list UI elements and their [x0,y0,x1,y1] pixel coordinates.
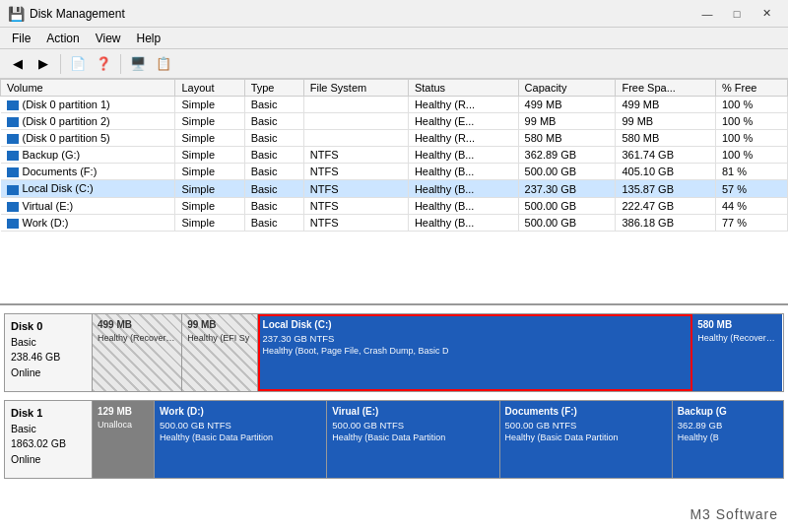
cell-type: Basic [244,214,303,231]
disk-partitions: 129 MBUnallocaWork (D:)500.00 GB NTFSHea… [93,400,784,479]
cell-status: Healthy (B... [408,214,518,231]
cell-pctfree: 77 % [715,214,787,231]
cell-pctfree: 100 % [715,97,787,113]
back-button[interactable]: ◀ [6,52,30,76]
partition-name: 99 MB [187,318,251,332]
cell-status: Healthy (R... [408,130,518,147]
cell-fs: NTFS [303,197,408,214]
watermark: M3 Software [690,503,778,524]
partition[interactable]: 580 MBHealthy (Recovery Par [692,314,782,391]
cell-free: 361.74 GB [616,147,716,164]
disk-row: Disk 1Basic1863.02 GBOnline129 MBUnalloc… [4,400,784,479]
forward-button[interactable]: ▶ [32,52,55,76]
cell-capacity: 500.00 GB [518,164,616,180]
cell-layout: Simple [175,97,244,113]
partition-status: Healthy (Recovery Pa [98,332,176,345]
disk-status: Online [11,452,86,468]
partition[interactable]: 499 MBHealthy (Recovery Pa [93,314,182,391]
cell-type: Basic [244,147,303,164]
window-title: Disk Management [30,7,693,21]
table-area: Volume Layout Type File System Status Ca… [0,79,788,305]
disk-type: Basic [11,422,86,437]
partition[interactable]: 99 MBHealthy (EFI Sy [182,314,257,391]
volume-icon [7,100,19,110]
partition[interactable]: Local Disk (C:)237.30 GB NTFSHealthy (Bo… [258,314,693,391]
table-row[interactable]: (Disk 0 partition 2)SimpleBasicHealthy (… [1,113,788,130]
partition-size: 500.00 GB NTFS [332,419,493,432]
watermark-brand: M3 [690,506,710,522]
partition-name: Virual (E:) [332,405,493,419]
cell-layout: Simple [175,197,244,214]
table-row[interactable]: (Disk 0 partition 1)SimpleBasicHealthy (… [1,97,788,113]
partition[interactable]: Work (D:)500.00 GB NTFSHealthy (Basic Da… [155,401,327,478]
cell-pctfree: 81 % [715,164,787,180]
cell-volume: Backup (G:) [1,147,175,164]
cell-fs: NTFS [303,164,408,180]
partition-status: Healthy (Basic Data Partition [332,432,493,444]
menu-action[interactable]: Action [38,30,87,47]
cell-status: Healthy (B... [408,180,518,197]
app-icon: 💾 [8,6,24,22]
table-row[interactable]: (Disk 0 partition 5)SimpleBasicHealthy (… [1,130,788,147]
table-row[interactable]: Backup (G:)SimpleBasicNTFSHealthy (B...3… [1,147,788,164]
partition-status: Healthy (Basic Data Partition [505,432,667,444]
cell-layout: Simple [175,113,244,130]
toolbar-separator-2 [120,54,121,74]
minimize-button[interactable]: — [693,4,721,24]
cell-volume: (Disk 0 partition 5) [1,130,175,147]
volume-icon [7,151,19,161]
cell-layout: Simple [175,164,244,180]
partition[interactable]: Documents (F:)500.00 GB NTFSHealthy (Bas… [500,401,673,478]
volume-table: Volume Layout Type File System Status Ca… [0,79,788,232]
cell-type: Basic [244,97,303,113]
help-button[interactable]: ❓ [92,52,115,76]
title-bar: 💾 Disk Management — □ ✕ [0,0,788,28]
volume-icon [7,117,19,127]
menu-help[interactable]: Help [129,30,169,47]
cell-type: Basic [244,113,303,130]
menu-view[interactable]: View [88,30,129,47]
page-button[interactable]: 📄 [66,52,90,76]
table-row[interactable]: Local Disk (C:)SimpleBasicNTFSHealthy (B… [1,180,788,197]
partition-size: 362.89 GB [678,419,778,432]
cell-capacity: 499 MB [518,97,616,113]
col-filesystem: File System [303,80,408,97]
maximize-button[interactable]: □ [723,4,751,24]
partition-status: Healthy (EFI Sy [187,332,251,345]
partition-name: 580 MB [697,318,777,332]
watermark-suffix: Software [711,506,778,522]
cell-status: Healthy (R... [408,97,518,113]
view-button[interactable]: 🖥️ [126,52,150,76]
cell-capacity: 99 MB [518,113,616,130]
cell-fs: NTFS [303,147,408,164]
disk-size: 238.46 GB [11,350,86,366]
volume-icon [7,134,19,144]
partition-status: Healthy (Basic Data Partition [160,432,321,444]
table-row[interactable]: Virtual (E:)SimpleBasicNTFSHealthy (B...… [1,197,788,214]
cell-free: 222.47 GB [616,197,716,214]
table-row[interactable]: Work (D:)SimpleBasicNTFSHealthy (B...500… [1,214,788,231]
cell-volume: Work (D:) [1,214,175,231]
disk-info: Disk 1Basic1863.02 GBOnline [4,400,93,479]
partition-status: Unalloca [98,419,149,432]
menu-file[interactable]: File [4,30,38,47]
disk-type: Basic [11,335,86,351]
cell-free: 405.10 GB [616,164,716,180]
col-type: Type [244,80,303,97]
col-free: Free Spa... [616,80,716,97]
cell-free: 386.18 GB [616,214,716,231]
cell-layout: Simple [175,214,244,231]
close-button[interactable]: ✕ [753,4,780,24]
cell-pctfree: 100 % [715,113,787,130]
toolbar: ◀ ▶ 📄 ❓ 🖥️ 📋 [0,49,788,79]
partition[interactable]: 129 MBUnalloca [93,401,155,478]
cell-fs [303,97,408,113]
partition[interactable]: Virual (E:)500.00 GB NTFSHealthy (Basic … [327,401,499,478]
disk-size: 1863.02 GB [11,436,86,452]
cell-volume: Virtual (E:) [1,197,175,214]
table-row[interactable]: Documents (F:)SimpleBasicNTFSHealthy (B.… [1,164,788,180]
cell-pctfree: 44 % [715,197,787,214]
list-button[interactable]: 📋 [152,52,175,76]
partition[interactable]: Backup (G362.89 GBHealthy (B [673,401,783,478]
partition-name: Documents (F:) [505,405,667,419]
